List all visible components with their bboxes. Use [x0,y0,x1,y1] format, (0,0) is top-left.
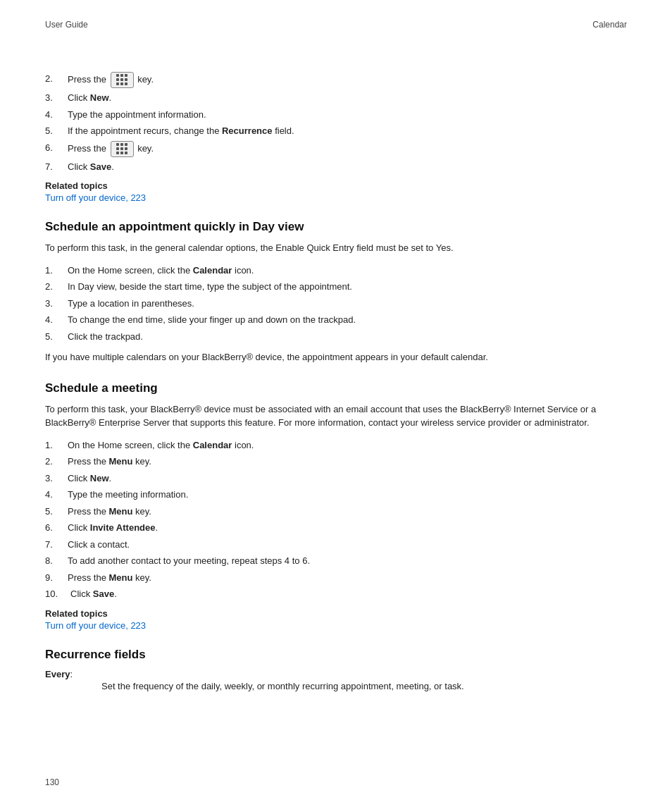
step-item: 4. Type the appointment information. [45,108,627,122]
meeting-intro: To perform this task, your BlackBerry® d… [45,402,627,430]
bold-text: New [90,92,109,103]
step-item: 3. Click New. [45,91,627,105]
related-link[interactable]: Turn off your device, 223 [45,192,146,203]
page-content: 2. Press the key. 3. Click New. 4. Type … [0,30,672,721]
step-content: To change the end time, slide your finge… [68,313,627,327]
day-view-intro: To perform this task, in the general cal… [45,241,627,255]
meeting-related-link[interactable]: Turn off your device, 223 [45,620,146,631]
step-content: Click New. [68,472,627,486]
step-content: Click Save. [70,587,627,601]
bold-text: Save [90,161,111,172]
bold-text: Save [93,589,114,599]
recurrence-every-def: Set the frequency of the daily, weekly, … [101,679,627,694]
step-content: Type a location in parentheses. [68,297,627,311]
related-topics-label: Related topics [45,180,627,191]
day-view-note: If you have multiple calendars on your B… [45,350,627,364]
bold-text: Menu [109,506,133,517]
step-item: 8. To add another contact to your meetin… [45,554,627,568]
step-num: 5. [45,505,68,519]
step-item: 10. Click Save. [45,587,627,601]
step-num: 5. [45,124,68,138]
menu-key-icon [111,72,134,88]
step-content: In Day view, beside the start time, type… [68,280,627,294]
step-content: On the Home screen, click the Calendar i… [68,264,627,278]
step-content: Press the key. [68,72,627,88]
step-content: Press the key. [68,141,627,157]
step-item: 7. Click a contact. [45,538,627,552]
step-item: 2. Press the Menu key. [45,455,627,469]
header-right: Calendar [592,20,627,30]
step-num: 1. [45,438,68,452]
recurrence-colon: : [70,669,73,679]
recurrence-title: Recurrence fields [45,648,627,662]
page-header: User Guide Calendar [0,0,672,30]
bold-text: Menu [109,456,133,467]
step-item: 3. Click New. [45,472,627,486]
step-num: 8. [45,554,68,568]
meeting-title: Schedule a meeting [45,381,627,395]
step-num: 3. [45,297,68,311]
recurrence-section: Recurrence fields Every: Set the frequen… [45,648,627,694]
step-item: 5. Click the trackpad. [45,330,627,344]
step-content: Click a contact. [68,538,627,552]
step-content: Click New. [68,91,627,105]
page-footer: 130 [45,777,59,787]
step-num: 5. [45,330,68,344]
step-content: Press the Menu key. [68,455,627,469]
page-number: 130 [45,777,59,787]
recurrence-every-term: Every [45,669,70,679]
step-num: 9. [45,571,68,585]
step-content: Click Save. [68,160,627,174]
step-num: 10. [45,587,70,601]
step-num: 3. [45,472,68,486]
step-num: 3. [45,91,68,105]
step-num: 2. [45,72,68,88]
day-view-step-list: 1. On the Home screen, click the Calenda… [45,264,627,344]
step-num: 4. [45,108,68,122]
step-item: 6. Press the key. [45,141,627,157]
meeting-step-list: 1. On the Home screen, click the Calenda… [45,438,627,601]
step-content: Type the appointment information. [68,108,627,122]
step-num: 2. [45,280,68,294]
step-item: 6. Click Invite Attendee. [45,521,627,535]
step-item: 5. If the appointment recurs, change the… [45,124,627,138]
step-num: 6. [45,521,68,535]
step-item: 9. Press the Menu key. [45,571,627,585]
step-num: 7. [45,160,68,174]
meeting-section: Schedule a meeting To perform this task,… [45,381,627,631]
step-num: 4. [45,313,68,327]
step-num: 2. [45,455,68,469]
recurrence-every-block: Every: [45,669,627,679]
step-content: If the appointment recurs, change the Re… [68,124,627,138]
step-num: 4. [45,488,68,502]
meeting-related-topics-block: Related topics Turn off your device, 223 [45,608,627,631]
bold-text: New [90,473,109,483]
step-content: To add another contact to your meeting, … [68,554,627,568]
step-item: 2. Press the key. [45,72,627,88]
step-content: Click Invite Attendee. [68,521,627,535]
step-item: 3. Type a location in parentheses. [45,297,627,311]
step-num: 6. [45,141,68,157]
related-topics-block: Related topics Turn off your device, 223 [45,180,627,203]
bold-text: Menu [109,572,133,583]
bold-text: Calendar [193,440,232,450]
bb-dots [116,74,128,86]
step-item: 2. In Day view, beside the start time, t… [45,280,627,294]
step-item: 4. Type the meeting information. [45,488,627,502]
step-content: Click the trackpad. [68,330,627,344]
step-num: 1. [45,264,68,278]
meeting-related-topics-label: Related topics [45,608,627,619]
header-left: User Guide [45,20,88,30]
step-num: 7. [45,538,68,552]
step-item: 1. On the Home screen, click the Calenda… [45,264,627,278]
step-content: On the Home screen, click the Calendar i… [68,438,627,452]
bold-text: Invite Attendee [90,522,156,533]
menu-key-icon-2 [111,141,134,157]
day-view-title: Schedule an appointment quickly in Day v… [45,220,627,234]
bold-text: Calendar [193,265,232,276]
step-item: 5. Press the Menu key. [45,505,627,519]
step-content: Press the Menu key. [68,505,627,519]
bold-text: Recurrence [222,125,273,136]
step-content: Press the Menu key. [68,571,627,585]
step-item: 4. To change the end time, slide your fi… [45,313,627,327]
